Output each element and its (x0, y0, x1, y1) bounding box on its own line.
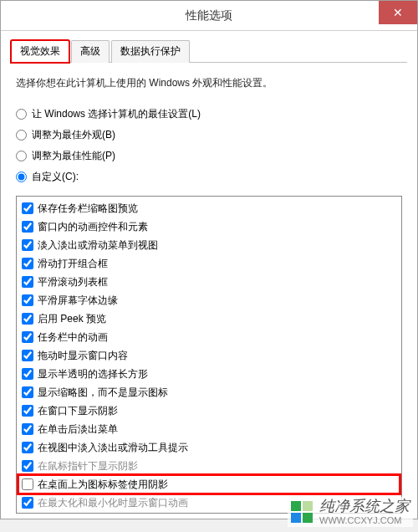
option-checkbox[interactable] (22, 350, 33, 361)
titlebar: 性能选项 ✕ (1, 1, 417, 31)
close-button[interactable]: ✕ (379, 1, 417, 24)
option-label: 拖动时显示窗口内容 (38, 347, 128, 364)
option-row[interactable]: 显示半透明的选择长方形 (18, 365, 400, 383)
watermark-url: WWW.CCXYJ.COM (319, 515, 410, 525)
option-checkbox[interactable] (22, 405, 33, 417)
option-checkbox[interactable] (22, 313, 33, 325)
option-row[interactable]: 在窗口下显示阴影 (18, 402, 400, 420)
radio-input[interactable] (16, 151, 27, 161)
option-checkbox[interactable] (22, 239, 33, 251)
option-label: 在鼠标指针下显示阴影 (38, 458, 138, 474)
performance-options-window: 性能选项 ✕ 视觉效果 高级 数据执行保护 选择你想在此计算机上使用的 Wind… (0, 0, 418, 519)
option-label: 在桌面上为图标标签使用阴影 (38, 476, 168, 493)
option-label: 在视图中淡入淡出或滑动工具提示 (38, 439, 188, 456)
tab-panel-visual-effects: 选择你想在此计算机上使用的 Windows 外观和性能设置。 让 Windows… (11, 63, 407, 519)
option-checkbox[interactable] (22, 258, 33, 269)
option-checkbox[interactable] (22, 276, 33, 288)
tab-dep[interactable]: 数据执行保护 (111, 40, 190, 63)
option-label: 滑动打开组合框 (38, 255, 108, 272)
option-checkbox[interactable] (22, 202, 33, 214)
option-checkbox[interactable] (22, 294, 33, 306)
option-checkbox[interactable] (22, 221, 33, 233)
watermark: 纯净系统之家 WWW.CCXYJ.COM (288, 497, 413, 527)
option-row[interactable]: 在桌面上为图标标签使用阴影 (18, 475, 400, 494)
option-checkbox[interactable] (22, 331, 33, 343)
radio-input[interactable] (16, 109, 27, 120)
option-checkbox[interactable] (22, 460, 33, 472)
radio-custom[interactable]: 自定义(C): (16, 166, 402, 187)
tab-visual-effects[interactable]: 视觉效果 (11, 40, 69, 63)
watermark-text: 纯净系统之家 (319, 499, 410, 515)
option-row[interactable]: 拖动时显示窗口内容 (18, 346, 400, 365)
window-title: 性能选项 (186, 8, 232, 23)
option-row[interactable]: 在视图中淡入淡出或滑动工具提示 (18, 438, 400, 457)
radio-input[interactable] (16, 171, 27, 182)
radio-input[interactable] (16, 130, 27, 141)
tab-strip: 视觉效果 高级 数据执行保护 (11, 39, 407, 63)
option-checkbox[interactable] (22, 368, 33, 380)
option-checkbox[interactable] (22, 478, 33, 490)
option-row[interactable]: 任务栏中的动画 (18, 328, 400, 346)
option-row[interactable]: 平滑滚动列表框 (18, 273, 400, 291)
watermark-logo-icon (291, 501, 313, 523)
option-label: 淡入淡出或滑动菜单到视图 (38, 237, 158, 253)
option-label: 显示半透明的选择长方形 (38, 366, 148, 382)
option-row[interactable]: 淡入淡出或滑动菜单到视图 (18, 236, 400, 254)
preset-radio-group: 让 Windows 选择计算机的最佳设置(L) 调整为最佳外观(B) 调整为最佳… (16, 104, 402, 187)
option-checkbox[interactable] (22, 386, 33, 398)
option-checkbox[interactable] (22, 423, 33, 435)
option-label: 保存任务栏缩略图预览 (38, 200, 138, 217)
option-label: 平滑滚动列表框 (38, 274, 108, 290)
option-row[interactable]: 在鼠标指针下显示阴影 (18, 457, 400, 475)
option-row[interactable]: 滑动打开组合框 (18, 254, 400, 273)
description-text: 选择你想在此计算机上使用的 Windows 外观和性能设置。 (16, 76, 402, 90)
option-row[interactable]: 窗口内的动画控件和元素 (18, 217, 400, 236)
option-label: 在单击后淡出菜单 (38, 421, 118, 437)
option-row[interactable]: 平滑屏幕字体边缘 (18, 291, 400, 309)
option-label: 窗口内的动画控件和元素 (38, 218, 148, 235)
option-checkbox[interactable] (22, 442, 33, 453)
option-label: 平滑屏幕字体边缘 (38, 292, 118, 309)
option-row[interactable]: 在单击后淡出菜单 (18, 420, 400, 438)
content-area: 视觉效果 高级 数据执行保护 选择你想在此计算机上使用的 Windows 外观和… (1, 31, 417, 519)
option-label: 启用 Peek 预览 (38, 310, 106, 327)
option-row[interactable]: 保存任务栏缩略图预览 (18, 199, 400, 217)
option-label: 在最大化和最小化时显示窗口动画 (38, 494, 188, 511)
radio-let-windows-choose[interactable]: 让 Windows 选择计算机的最佳设置(L) (16, 104, 402, 125)
option-label: 任务栏中的动画 (38, 329, 108, 345)
option-label: 在窗口下显示阴影 (38, 402, 118, 419)
option-row[interactable]: 启用 Peek 预览 (18, 309, 400, 328)
option-label: 显示缩略图，而不是显示图标 (38, 384, 168, 401)
custom-options-list[interactable]: 保存任务栏缩略图预览窗口内的动画控件和元素淡入淡出或滑动菜单到视图滑动打开组合框… (16, 196, 402, 514)
close-icon: ✕ (393, 6, 403, 19)
option-checkbox[interactable] (22, 497, 33, 509)
radio-best-performance[interactable]: 调整为最佳性能(P) (16, 146, 402, 166)
tab-advanced[interactable]: 高级 (71, 40, 110, 63)
radio-best-appearance[interactable]: 调整为最佳外观(B) (16, 125, 402, 146)
option-row[interactable]: 显示缩略图，而不是显示图标 (18, 383, 400, 402)
